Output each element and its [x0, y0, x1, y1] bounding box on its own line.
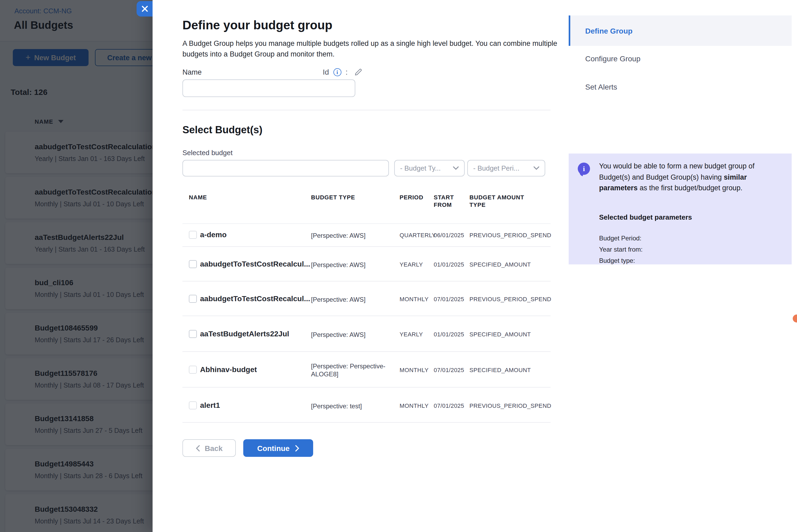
modal-backdrop[interactable]	[0, 0, 152, 532]
col-header-budget-amount-type: BUDGET AMOUNT TYPE	[469, 193, 527, 208]
budget-table-row[interactable]: Abhinav-budget [Perspective: Perspective…	[182, 352, 551, 387]
step-configure-group[interactable]: Configure Group	[569, 51, 792, 66]
chevron-down-icon	[534, 166, 539, 170]
row-checkbox[interactable]	[189, 366, 197, 374]
chevron-down-icon	[453, 166, 459, 170]
modal-description: A Budget Group helps you manage multiple…	[182, 38, 558, 60]
group-name-input[interactable]	[182, 79, 355, 97]
all-budgets-background-page: Account: CCM-NG All Budgets + New Budget…	[0, 0, 152, 532]
col-header-period: PERIOD	[400, 193, 423, 201]
chevron-left-icon	[196, 445, 200, 451]
step-define-group[interactable]: Define Group	[569, 16, 792, 46]
col-header-budget-type: BUDGET TYPE	[311, 193, 355, 201]
selected-budget-label: Selected budget	[182, 149, 233, 157]
budget-type-filter-select[interactable]: - Budget Ty...	[394, 160, 465, 176]
close-icon	[141, 5, 148, 12]
budget-table-row[interactable]: aabudgetToTestCostRecalcul... [Perspecti…	[182, 247, 551, 282]
row-checkbox[interactable]	[189, 231, 197, 239]
chevron-right-icon	[295, 445, 299, 451]
edit-id-icon[interactable]	[354, 68, 363, 76]
close-modal-button[interactable]	[136, 1, 152, 17]
budget-table-row[interactable]: alert1 [Perspective: test] MONTHLY 07/01…	[182, 387, 551, 423]
id-info-icon[interactable]: i	[333, 68, 341, 76]
budget-table-row[interactable]: aaTestBudgetAlerts22Jul [Perspective: AW…	[182, 316, 551, 352]
continue-button[interactable]: Continue	[243, 439, 313, 457]
back-button[interactable]: Back	[182, 439, 236, 457]
section-divider	[182, 110, 551, 110]
define-budget-group-modal: Define your budget group A Budget Group …	[152, 0, 797, 532]
row-checkbox[interactable]	[189, 260, 197, 268]
row-checkbox[interactable]	[189, 330, 197, 338]
id-row: Id i :	[323, 68, 363, 76]
info-panel: i You would be able to form a new budget…	[569, 153, 792, 264]
row-checkbox[interactable]	[189, 295, 197, 303]
param-budget-period: Budget Period:	[599, 234, 642, 242]
modal-title: Define your budget group	[182, 18, 332, 33]
budget-search-input[interactable]	[182, 160, 389, 176]
step-set-alerts[interactable]: Set Alerts	[569, 79, 792, 94]
budget-table-row[interactable]: aabudgetToTestCostRecalcul... [Perspecti…	[182, 282, 551, 316]
name-field-label: Name	[182, 68, 202, 76]
param-year-start: Year start from:	[599, 246, 643, 253]
col-header-start-from: START FROM	[434, 193, 461, 208]
select-budgets-heading: Select Budget(s)	[182, 124, 262, 136]
col-header-name: NAME	[189, 193, 207, 201]
info-panel-text: You would be able to form a new budget g…	[599, 161, 766, 194]
row-checkbox[interactable]	[189, 401, 197, 410]
info-icon: i	[578, 163, 590, 175]
budget-period-filter-select[interactable]: - Budget Peri...	[467, 160, 545, 176]
budget-table-row[interactable]: a-demo [Perspective: AWS] QUARTERLY 06/0…	[182, 223, 551, 247]
id-label: Id	[323, 68, 329, 76]
param-budget-type: Budget type:	[599, 257, 635, 264]
budget-group-wizard-page: Account: CCM-NG All Budgets + New Budget…	[0, 0, 797, 532]
selected-params-heading: Selected budget parameters	[599, 213, 692, 221]
